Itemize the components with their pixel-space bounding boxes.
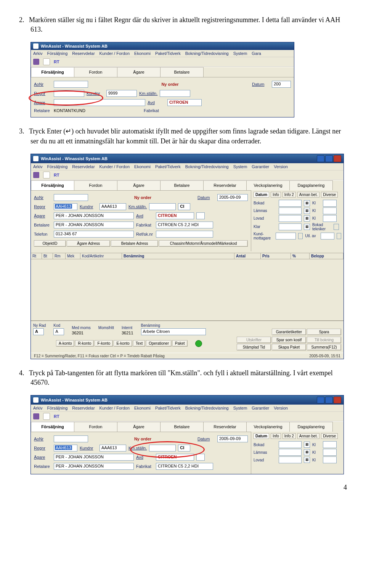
avd-field[interactable]: CITROEN: [156, 212, 194, 219]
till-bokning-button[interactable]: Till bokning: [307, 337, 341, 343]
bokad-field[interactable]: [279, 441, 302, 448]
right-tab-datum[interactable]: Datum: [254, 433, 269, 439]
toolbar-icon[interactable]: [33, 413, 39, 419]
kod-field[interactable]: A: [53, 328, 64, 335]
menu-item[interactable]: Bokning/Tidredovisning: [185, 51, 229, 56]
spara-button[interactable]: Spara: [307, 329, 341, 335]
agare-field[interactable]: PER - JOHAN JONSSON: [54, 212, 134, 219]
regnr-field[interactable]: AAH613: [54, 445, 77, 451]
menu-item[interactable]: Kunder / Fordon: [100, 51, 130, 56]
menu-item[interactable]: Bokning/Tidredovisning: [185, 164, 229, 169]
lamnas-field[interactable]: [279, 207, 302, 214]
kl-field[interactable]: [323, 207, 337, 214]
regnr-field[interactable]: [54, 90, 84, 97]
kl-field[interactable]: [323, 456, 337, 463]
skapa-paket-button[interactable]: Skapa Paket: [272, 344, 306, 350]
avd-dropdown[interactable]: [196, 454, 205, 461]
menubar[interactable]: Arkiv Försäljning Reservdelar Kunder / F…: [31, 405, 344, 412]
tab-agare[interactable]: Ägare: [117, 422, 161, 432]
fabrikat-field[interactable]: CITROEN C5 2,2 HDI: [156, 222, 213, 228]
kundnr-field[interactable]: 9999: [106, 90, 137, 97]
right-tab-info[interactable]: Info: [271, 192, 281, 198]
toolbar-icon[interactable]: [43, 413, 50, 420]
menu-item[interactable]: Försäljning: [47, 164, 67, 169]
menu-item[interactable]: System: [233, 164, 247, 169]
regnr-field[interactable]: AAH613: [54, 203, 77, 210]
spar-kostf-button[interactable]: Spar som kostf: [272, 337, 306, 343]
menu-item[interactable]: Paket/Tidverk: [155, 51, 181, 56]
refsk-field[interactable]: [156, 231, 213, 238]
agare-field[interactable]: [54, 99, 145, 106]
chassinr-button[interactable]: Chassinr/Motornr/Årsmodell/Märkeskod: [159, 240, 248, 247]
menu-item[interactable]: Ekonomi: [134, 164, 151, 169]
akonto-button[interactable]: A-konto: [56, 340, 74, 347]
kmstalln-field[interactable]: [160, 90, 190, 97]
kundmottagare-field[interactable]: [276, 233, 296, 239]
kl-field[interactable]: [323, 200, 337, 207]
nyrad-field[interactable]: A: [33, 328, 44, 335]
kl-field[interactable]: [323, 449, 337, 456]
avd-field[interactable]: CITROEN: [156, 454, 194, 461]
menu-item[interactable]: Reservdelar: [72, 164, 95, 169]
maximize-button[interactable]: [325, 397, 333, 403]
menu-item[interactable]: Gara: [252, 51, 261, 56]
menu-item[interactable]: Reservdelar: [72, 406, 95, 410]
tab-agare[interactable]: Ägare: [117, 180, 161, 190]
menu-item[interactable]: Kunder / Fordon: [100, 164, 130, 169]
calendar-icon[interactable]: ▦: [304, 449, 310, 455]
calendar-icon[interactable]: ▦: [304, 200, 310, 206]
kundnr-field[interactable]: AAA613: [100, 445, 126, 451]
fabrikat-field[interactable]: CITROEN C5 2,2 HDI: [156, 463, 213, 470]
menu-item[interactable]: Arkiv: [33, 164, 42, 169]
right-tab-annan[interactable]: Annan bet.: [297, 192, 319, 198]
calendar-icon[interactable]: ▦: [304, 442, 310, 448]
betalare-adress-button[interactable]: Betalare Adress: [111, 240, 158, 247]
garantietiketter-button[interactable]: Garantietiketter: [272, 329, 306, 335]
menu-item[interactable]: System: [233, 51, 247, 56]
menu-item[interactable]: System: [233, 406, 247, 410]
avd-dropdown[interactable]: [196, 212, 205, 219]
minimize-button[interactable]: [317, 397, 324, 403]
kmstalln-field[interactable]: [149, 203, 176, 210]
aonr-field[interactable]: [54, 435, 88, 442]
objektid-button[interactable]: ObjektID: [34, 240, 66, 247]
operationer-button[interactable]: Operationer: [146, 340, 172, 347]
paket-button[interactable]: Paket: [172, 340, 188, 347]
tab-fordon[interactable]: Fordon: [74, 67, 117, 77]
benamning-field[interactable]: Arbete Citroen: [141, 328, 206, 335]
tab-betalare[interactable]: Betalare: [160, 422, 204, 432]
betalare-field[interactable]: PER - JOHAN JONSSON: [54, 222, 134, 228]
datum-field[interactable]: 2005-09-09: [217, 194, 248, 201]
utl-field[interactable]: [321, 233, 334, 239]
menu-item[interactable]: Garantier: [252, 164, 269, 169]
ekonto-button[interactable]: E-konto: [114, 340, 132, 347]
summera-button[interactable]: Summera(F12): [307, 344, 341, 350]
right-tab-info2[interactable]: Info 2: [283, 433, 296, 439]
tab-forsaljning[interactable]: Försäljning: [31, 422, 74, 432]
right-tab-diverse[interactable]: Diverse: [321, 433, 338, 439]
right-tab-datum[interactable]: Datum: [254, 192, 269, 198]
kundnr-field[interactable]: AAA613: [100, 203, 126, 210]
tab-betalare[interactable]: Betalare: [160, 67, 204, 77]
right-tab-diverse[interactable]: Diverse: [321, 192, 338, 198]
datum-field[interactable]: 2005-09-09: [217, 435, 248, 442]
lovad-field[interactable]: [279, 215, 302, 222]
agare-adress-button[interactable]: Ägare Adress: [67, 240, 110, 247]
right-tab-annan[interactable]: Annan bet.: [297, 433, 319, 439]
close-button[interactable]: [334, 155, 341, 162]
utskrifter-button[interactable]: Utskrifter: [237, 337, 271, 343]
tab-fordon[interactable]: Fordon: [74, 422, 117, 432]
menu-item[interactable]: Ekonomi: [134, 406, 151, 410]
calendar-icon[interactable]: ▦: [304, 457, 310, 463]
tab-fordon[interactable]: Fordon: [74, 180, 117, 190]
kmstalln-field[interactable]: [149, 445, 176, 451]
telefon-field[interactable]: 012-345 67: [54, 231, 134, 238]
close-button[interactable]: [334, 397, 341, 403]
tab-veckoplanering[interactable]: Veckoplanering: [246, 180, 290, 190]
calendar-icon[interactable]: ▦: [304, 208, 310, 214]
ci-field[interactable]: CI: [178, 203, 190, 210]
calendar-icon[interactable]: ▦: [304, 224, 310, 230]
toolbar-icon[interactable]: [43, 172, 50, 178]
toolbar-icon[interactable]: [33, 172, 39, 178]
menu-item[interactable]: Arkiv: [33, 51, 42, 56]
